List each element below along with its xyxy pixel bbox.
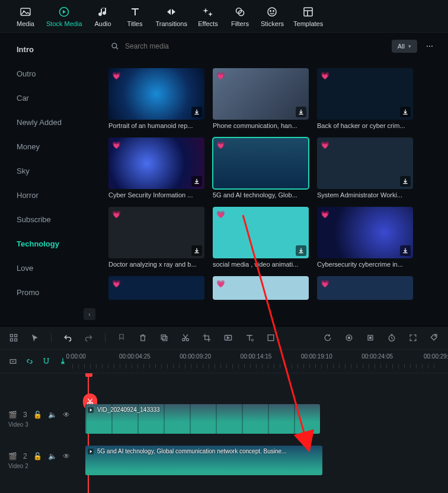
nav-templates[interactable]: Templates (290, 5, 327, 27)
search-input[interactable] (125, 42, 386, 50)
nav-audio[interactable]: Audio (88, 5, 118, 27)
download-icon[interactable] (296, 107, 306, 117)
record-tool[interactable] (365, 332, 376, 343)
sidebar-item-newly-added[interactable]: Newly Added (0, 110, 104, 135)
media-card[interactable]: 💗 social media , video animati... (213, 207, 309, 268)
sidebar-collapse-button[interactable]: ‹ (84, 308, 95, 320)
download-icon[interactable] (400, 176, 411, 187)
media-thumbnail[interactable]: 💗 (317, 137, 413, 189)
redo-button[interactable] (84, 332, 94, 343)
nav-effects[interactable]: Effects (193, 5, 223, 27)
zoom-marker-tool[interactable] (8, 357, 18, 366)
media-card[interactable]: 💗 Portrait of an humanoid rep... (108, 68, 204, 129)
media-card[interactable]: 💗 Doctor analyzing x ray and b... (108, 207, 204, 268)
track-mute-icon[interactable]: 🔈 (48, 411, 57, 419)
nav-label: Titles (127, 20, 143, 27)
frame-tool[interactable] (265, 332, 276, 343)
nav-filters[interactable]: Filters (225, 5, 255, 27)
media-thumbnail[interactable]: 💗 (213, 68, 309, 120)
nav-media[interactable]: Media (11, 5, 40, 27)
media-thumbnail[interactable]: 💗 (317, 207, 413, 258)
split-tool[interactable] (180, 332, 191, 343)
media-thumbnail[interactable]: 💗 (317, 276, 413, 300)
filter-dropdown[interactable]: All ▾ (392, 40, 417, 53)
track-mute-icon[interactable]: 🔈 (48, 452, 57, 460)
timeline-clip[interactable]: 5G and AI technology, Global communicati… (85, 446, 322, 475)
stock-media-icon (58, 6, 70, 18)
media-thumbnail[interactable]: 💗 (108, 207, 204, 258)
nav-stickers[interactable]: Stickers (257, 5, 287, 27)
svg-point-7 (273, 11, 274, 12)
track-visibility-icon[interactable]: 👁 (63, 452, 70, 460)
crop-tool[interactable] (201, 332, 212, 343)
duplicate-button[interactable] (159, 332, 169, 343)
download-icon[interactable] (191, 245, 202, 256)
delete-button[interactable] (137, 332, 148, 343)
sidebar-item-horror[interactable]: Horror (0, 183, 104, 207)
sidebar-item-outro[interactable]: Outro (0, 62, 104, 86)
color-tool[interactable] (344, 332, 354, 343)
media-card-selected[interactable]: 💗 5G and AI technology, Glob... (213, 137, 309, 199)
track-lock-icon[interactable]: 🔓 (33, 411, 42, 419)
select-tool[interactable] (30, 332, 40, 343)
media-card[interactable]: 💗 (317, 276, 413, 300)
track-name: Video 3 (8, 421, 79, 428)
link-tool[interactable] (25, 357, 34, 366)
track-visibility-icon[interactable]: 👁 (63, 411, 70, 419)
media-thumbnail[interactable]: 💗 (108, 68, 204, 120)
sidebar-item-love[interactable]: Love (0, 256, 104, 280)
media-thumbnail[interactable]: 💗 (213, 276, 309, 300)
sidebar-item-intro[interactable]: Intro (0, 37, 104, 62)
sidebar-item-car[interactable]: Car (0, 86, 104, 110)
media-card[interactable]: 💗 Back of hacker or cyber crim... (317, 68, 413, 129)
timeline-clip[interactable]: VID_20240924_143333 (85, 404, 320, 434)
media-thumbnail[interactable]: 💗 (108, 137, 204, 189)
media-card[interactable]: 💗 (108, 276, 204, 300)
sidebar-item-technology[interactable]: Technology (0, 232, 104, 256)
media-card[interactable]: 💗 (213, 276, 309, 300)
nav-stock-media[interactable]: Stock Media (43, 5, 86, 27)
time-ruler[interactable]: 0:00:00 00:00:04:25 00:00:09:20 00:00:14… (72, 350, 440, 373)
track-body[interactable]: 5G and AI technology, Global communicati… (85, 442, 440, 479)
media-thumbnail[interactable]: 💗 (213, 207, 309, 258)
sidebar-item-promo[interactable]: Promo (0, 280, 104, 305)
sidebar-item-money[interactable]: Money (0, 135, 104, 159)
grid-tool[interactable] (8, 332, 19, 343)
playhead-knob[interactable] (85, 373, 92, 377)
search-field-wrap[interactable] (111, 41, 386, 52)
fit-tool[interactable] (408, 332, 418, 343)
tags-tool[interactable] (429, 332, 440, 343)
refresh-button[interactable] (322, 332, 333, 343)
snap-tool[interactable] (41, 357, 51, 366)
clip-label: 5G and AI technology, Global communicati… (97, 448, 286, 454)
media-thumbnail[interactable]: 💗 (108, 276, 204, 300)
media-title: Phone communication, han... (213, 122, 309, 129)
undo-button[interactable] (62, 332, 73, 343)
download-icon[interactable] (296, 245, 306, 256)
media-card[interactable]: 💗 Cybersecurity cybercrime in... (317, 207, 413, 268)
download-icon[interactable] (191, 176, 202, 187)
text-tool[interactable] (244, 332, 255, 343)
media-card[interactable]: 💗 Cyber Security Information ... (108, 137, 204, 199)
filter-label: All (398, 43, 405, 50)
nav-transitions[interactable]: Transitions (152, 5, 191, 27)
sidebar-item-subscribe[interactable]: Subscribe (0, 207, 104, 232)
download-icon[interactable] (400, 245, 411, 256)
media-card[interactable]: 💗 Phone communication, han... (213, 68, 309, 129)
download-icon[interactable] (400, 107, 411, 117)
nav-titles[interactable]: Titles (120, 5, 150, 27)
media-title: social media , video animati... (213, 261, 309, 268)
more-options-button[interactable]: ⋯ (423, 40, 436, 53)
track-lock-icon[interactable]: 🔓 (33, 452, 42, 460)
media-title: System Administrator Worki... (317, 191, 413, 199)
marker-tool[interactable] (116, 332, 127, 343)
premium-icon: 💗 (215, 71, 226, 81)
download-icon[interactable] (191, 107, 202, 117)
speed-tool[interactable] (223, 332, 233, 343)
media-thumbnail[interactable]: 💗 (317, 68, 413, 120)
sidebar-item-sky[interactable]: Sky (0, 159, 104, 183)
timer-tool[interactable] (386, 332, 397, 343)
media-thumbnail[interactable]: 💗 (213, 137, 309, 189)
media-card[interactable]: 💗 System Administrator Worki... (317, 137, 413, 199)
track-body[interactable]: VID_20240924_143333 (85, 401, 440, 437)
